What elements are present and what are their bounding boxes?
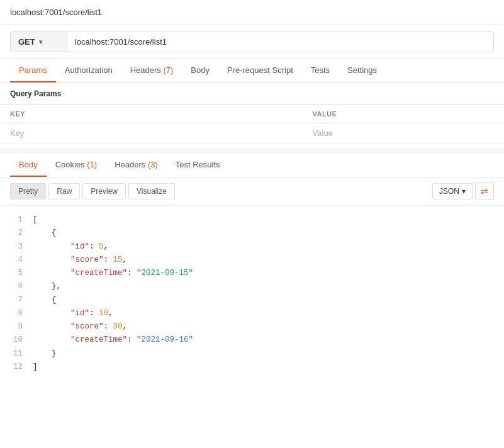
json-type-select[interactable]: JSON ▾ [432,183,473,199]
code-line-1: 1 [ [10,213,494,227]
code-line-5: 5 "createTime": "2021-09-15" [10,267,494,280]
param-value-cell[interactable]: Value [303,123,504,143]
response-tab-headers[interactable]: Headers (3) [106,154,167,177]
response-tab-cookies[interactable]: Cookies (1) [47,154,106,177]
address-bar: localhost:7001/score/list1 [0,0,504,25]
request-bar: GET ▾ [0,25,504,59]
response-section: Body Cookies (1) Headers (3) Test Result… [0,148,504,381]
format-visualize[interactable]: Visualize [128,183,175,199]
address-url: localhost:7001/score/list1 [10,8,102,17]
code-line-9: 9 "score": 30, [10,320,494,333]
query-params-table: KEY VALUE Key Value [0,105,504,143]
query-params-title: Query Params [0,83,504,105]
format-bar: Pretty Raw Preview Visualize JSON ▾ ⇄ [0,177,504,206]
response-tab-body[interactable]: Body [10,154,47,177]
col-header-value: VALUE [303,105,504,123]
code-line-7: 7 { [10,294,494,307]
method-label: GET [18,37,35,47]
code-line-10: 10 "createTime": "2021-09-16" [10,333,494,347]
code-line-3: 3 "id": 5, [10,240,494,254]
tab-prerequest[interactable]: Pre-request Script [218,59,302,82]
code-line-6: 6 }, [10,280,494,293]
format-pretty[interactable]: Pretty [10,183,46,199]
code-line-8: 8 "id": 10, [10,307,494,320]
word-wrap-button[interactable]: ⇄ [475,182,494,200]
tab-body[interactable]: Body [182,59,218,82]
code-line-4: 4 "score": 15, [10,254,494,267]
format-raw[interactable]: Raw [48,183,80,199]
json-chevron: ▾ [462,187,466,196]
response-tab-test-results[interactable]: Test Results [167,154,229,177]
tab-headers[interactable]: Headers (7) [121,59,182,82]
method-chevron: ▾ [39,38,42,45]
code-line-11: 11 } [10,347,494,361]
tab-authorization[interactable]: Authorization [56,59,121,82]
request-tabs: Params Authorization Headers (7) Body Pr… [0,59,504,83]
param-key-cell[interactable]: Key [0,123,303,143]
url-input[interactable] [67,31,494,52]
query-param-row: Key Value [0,123,504,143]
method-select[interactable]: GET ▾ [10,31,67,52]
tab-tests[interactable]: Tests [302,59,339,82]
response-tabs: Body Cookies (1) Headers (3) Test Result… [0,154,504,177]
col-header-key: KEY [0,105,303,123]
tab-params[interactable]: Params [10,59,56,82]
code-line-12: 12 ] [10,361,494,374]
json-label: JSON [439,187,459,196]
response-body-code: 1 [ 2 { 3 "id": 5, 4 "score": 15, 5 "cre… [0,206,504,381]
format-preview[interactable]: Preview [82,183,126,199]
code-line-2: 2 { [10,227,494,240]
tab-settings[interactable]: Settings [339,59,386,82]
